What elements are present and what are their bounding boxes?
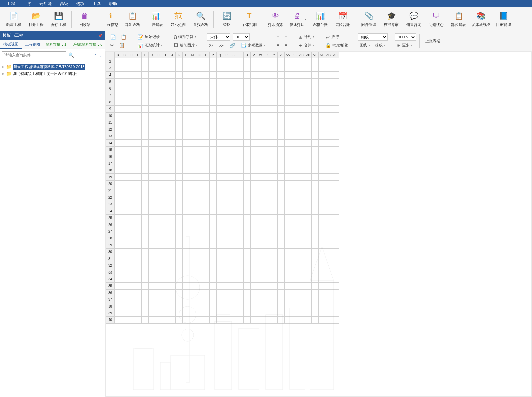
cell[interactable]	[271, 221, 278, 228]
summary-button[interactable]: 📊汇总统计▾	[136, 42, 165, 49]
cell[interactable]	[128, 106, 135, 113]
col-header[interactable]: K	[176, 52, 183, 58]
cell[interactable]	[319, 283, 325, 290]
cell[interactable]	[251, 85, 257, 92]
cell[interactable]	[237, 242, 244, 249]
tree-item[interactable]: ⊞ 📁 建设工程监理规范资料库 GB/T50319-2013	[2, 63, 103, 70]
toolbar-工程信息[interactable]: ℹ工程信息	[100, 9, 122, 30]
cell[interactable]	[278, 262, 285, 269]
cell[interactable]	[271, 194, 278, 201]
cell[interactable]	[176, 140, 183, 147]
cell[interactable]	[142, 65, 149, 72]
cell[interactable]	[135, 276, 142, 283]
special-char-button[interactable]: Ω特殊字符▾	[172, 33, 200, 41]
cell[interactable]	[210, 167, 217, 174]
cell[interactable]	[305, 140, 312, 147]
cell[interactable]	[278, 133, 285, 140]
cell[interactable]	[298, 79, 305, 85]
cell[interactable]	[298, 228, 305, 235]
cell[interactable]	[155, 262, 162, 269]
cell[interactable]	[169, 276, 176, 283]
cell[interactable]	[251, 310, 257, 317]
cell[interactable]	[325, 201, 332, 208]
cell[interactable]	[257, 126, 264, 133]
cell[interactable]	[298, 160, 305, 167]
cell[interactable]	[128, 283, 135, 290]
cell[interactable]	[176, 72, 183, 79]
cell[interactable]	[332, 153, 339, 160]
cell[interactable]	[169, 194, 176, 201]
cell[interactable]	[149, 58, 155, 65]
cell[interactable]	[183, 269, 189, 276]
cell[interactable]	[257, 317, 264, 324]
cell[interactable]	[155, 187, 162, 194]
cell[interactable]	[149, 296, 155, 303]
cell[interactable]	[121, 249, 128, 255]
cell[interactable]	[162, 119, 169, 126]
cell[interactable]	[128, 310, 135, 317]
cell[interactable]	[298, 133, 305, 140]
cell[interactable]	[305, 296, 312, 303]
cell[interactable]	[264, 255, 271, 262]
cell[interactable]	[217, 215, 223, 221]
cell[interactable]	[291, 106, 298, 113]
cell[interactable]	[319, 310, 325, 317]
cell[interactable]	[149, 85, 155, 92]
cell[interactable]	[251, 262, 257, 269]
cell[interactable]	[183, 249, 189, 255]
cell[interactable]	[149, 126, 155, 133]
cell[interactable]	[169, 290, 176, 296]
cell[interactable]	[183, 208, 189, 215]
cell[interactable]	[251, 228, 257, 235]
cell[interactable]	[278, 119, 285, 126]
cell[interactable]	[162, 269, 169, 276]
cell[interactable]	[203, 85, 210, 92]
cell[interactable]	[128, 269, 135, 276]
cell[interactable]	[237, 317, 244, 324]
cell[interactable]	[257, 153, 264, 160]
cell[interactable]	[223, 187, 230, 194]
cell[interactable]	[257, 303, 264, 310]
cell[interactable]	[203, 303, 210, 310]
cell[interactable]	[285, 290, 291, 296]
cell[interactable]	[203, 160, 210, 167]
cell[interactable]	[305, 242, 312, 249]
cell[interactable]	[149, 140, 155, 147]
cell[interactable]	[305, 201, 312, 208]
cell[interactable]	[278, 215, 285, 221]
cell[interactable]	[251, 187, 257, 194]
row-header[interactable]: 34	[106, 276, 115, 283]
cell[interactable]	[319, 79, 325, 85]
cell[interactable]	[264, 147, 271, 153]
upload-button[interactable]: 上报表格	[423, 37, 442, 45]
cell[interactable]	[319, 167, 325, 174]
cell[interactable]	[135, 133, 142, 140]
cell[interactable]	[291, 208, 298, 215]
cell[interactable]	[203, 276, 210, 283]
cell[interactable]	[115, 242, 121, 249]
cell[interactable]	[149, 276, 155, 283]
cell[interactable]	[128, 85, 135, 92]
cell[interactable]	[217, 58, 223, 65]
cell[interactable]	[291, 58, 298, 65]
cell[interactable]	[305, 228, 312, 235]
cell[interactable]	[135, 303, 142, 310]
cell[interactable]	[251, 126, 257, 133]
cell[interactable]	[162, 296, 169, 303]
cell[interactable]	[162, 310, 169, 317]
cell[interactable]	[183, 235, 189, 242]
cell[interactable]	[217, 317, 223, 324]
cell[interactable]	[332, 242, 339, 249]
cell[interactable]	[264, 79, 271, 85]
cell[interactable]	[230, 235, 237, 242]
cell[interactable]	[257, 249, 264, 255]
cell[interactable]	[237, 215, 244, 221]
cell[interactable]	[115, 174, 121, 181]
cell[interactable]	[237, 106, 244, 113]
cell[interactable]	[217, 72, 223, 79]
cell[interactable]	[115, 215, 121, 221]
cell[interactable]	[319, 99, 325, 106]
cell[interactable]	[155, 160, 162, 167]
cell[interactable]	[196, 133, 203, 140]
cell[interactable]	[196, 303, 203, 310]
